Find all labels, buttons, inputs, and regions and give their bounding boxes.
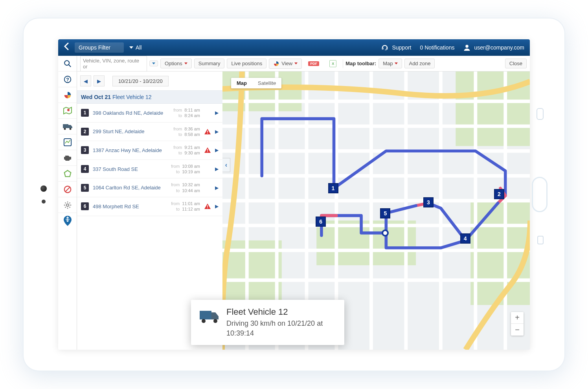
current-position-marker[interactable] [382, 229, 389, 237]
icon-rail: ? [58, 56, 77, 350]
support-label: Support [392, 44, 411, 51]
svg-point-1 [64, 61, 69, 65]
stop-address: 1064 Carlton Rd SE, Adelaide [93, 185, 167, 191]
pdf-icon: PDF [308, 61, 319, 66]
stop-number: 1 [81, 109, 89, 117]
svg-point-44 [202, 319, 206, 323]
map-marker-5[interactable]: 5 [380, 208, 390, 218]
map-icon [63, 106, 72, 115]
export-pdf-button[interactable]: PDF [304, 60, 323, 68]
map-marker-4[interactable]: 4 [460, 233, 470, 244]
chevron-left-icon [64, 42, 69, 50]
warning-icon [204, 203, 211, 209]
svg-rect-6 [63, 124, 68, 128]
caret-down-icon [129, 46, 133, 49]
map-marker-1[interactable]: 1 [328, 183, 338, 193]
search-input[interactable]: Vehicle, VIN, zone, route or [80, 56, 147, 72]
stop-row[interactable]: 31387 Anzac Hwy NE, Adelaidefromto9:21 a… [77, 141, 222, 160]
options-button[interactable]: Options [160, 59, 192, 68]
export-xls-button[interactable]: X [325, 59, 340, 69]
tablet-home-button[interactable] [532, 177, 548, 212]
rail-engine[interactable] [58, 150, 77, 166]
caret-down-icon [294, 62, 298, 64]
stop-row[interactable]: 6498 Morphett Rd SEfromto11:01 am11:12 a… [77, 197, 222, 216]
pie-chart-icon [63, 91, 72, 99]
stop-address: 498 Morphett Rd SE [93, 204, 167, 209]
stop-address: 398 Oaklands Rd NE, Adelaide [93, 110, 169, 116]
stop-address: 1387 Anzac Hwy NE, Adelaide [93, 147, 169, 153]
vehicle-card-status: Driving 30 km/h on 10/21/20 at 10:39:14 [226, 319, 336, 338]
support-button[interactable]: Support [381, 44, 411, 51]
live-positions-button[interactable]: Live positions [227, 59, 266, 68]
polygon-icon [63, 169, 72, 178]
search-dropdown-toggle[interactable] [149, 61, 158, 66]
map-layer-button[interactable]: Map [379, 59, 402, 68]
groups-filter-button[interactable]: Groups Filter [75, 42, 124, 53]
add-zone-button[interactable]: Add zone [404, 59, 435, 68]
stop-row[interactable]: 2299 Sturt NE, Adelaidefromto8:36 am8:58… [77, 123, 222, 141]
rail-reports[interactable] [58, 134, 77, 150]
zoom-control: + − [511, 312, 524, 336]
date-prev-button[interactable]: ◀ [80, 75, 91, 86]
stop-times: fromto10:08 am10:19 am [171, 163, 200, 175]
user-label: user@company.com [474, 44, 524, 51]
tablet-side-button-2[interactable] [537, 236, 544, 244]
rail-move[interactable] [58, 213, 77, 229]
date-range-picker[interactable]: 10/21/20 - 10/22/20 [112, 76, 169, 86]
trip-header: Wed Oct 21 Fleet Vehicle 12 [77, 90, 222, 104]
rail-settings[interactable] [58, 197, 77, 213]
map-marker-2[interactable]: 2 [494, 189, 504, 199]
map-area[interactable]: ‹ Map Satellite + − 123456 [222, 72, 530, 350]
stop-row[interactable]: 4337 South Road SEfromto10:08 am10:19 am… [77, 160, 222, 179]
rail-prohibit[interactable] [58, 182, 77, 197]
truck-icon [62, 123, 73, 130]
map-toolbar-label: Map toolbar: [345, 61, 376, 66]
stop-times: fromto9:21 am9:30 am [173, 145, 200, 156]
notifications-button[interactable]: 0 Notifications [420, 44, 455, 51]
close-button[interactable]: Close [505, 59, 527, 68]
map-marker-3[interactable]: 3 [423, 197, 434, 207]
move-pin-icon [62, 215, 73, 227]
svg-text:?: ? [66, 76, 69, 82]
svg-point-7 [64, 128, 66, 130]
stop-times: fromto10:32 am10:44 am [171, 182, 200, 193]
rail-dashboard[interactable] [58, 87, 77, 103]
map-type-map[interactable]: Map [231, 78, 252, 88]
rail-vehicles[interactable] [58, 119, 77, 134]
stop-times: fromto8:11 am8:24 am [173, 107, 200, 119]
svg-rect-16 [207, 149, 208, 151]
svg-point-13 [66, 204, 68, 206]
search-icon [63, 59, 72, 68]
zoom-out-button[interactable]: − [511, 324, 524, 336]
vehicle-card-title: Fleet Vehicle 12 [226, 307, 336, 317]
summary-button[interactable]: Summary [194, 59, 225, 68]
stop-number: 2 [81, 128, 89, 136]
svg-line-2 [68, 64, 71, 67]
user-menu[interactable]: user@company.com [463, 44, 524, 51]
rail-search[interactable] [58, 56, 77, 72]
svg-marker-10 [64, 170, 71, 176]
tablet-frame: Groups Filter All Support 0 Notification… [23, 18, 565, 371]
rail-help[interactable]: ? [58, 72, 77, 87]
view-button[interactable]: View [269, 59, 302, 69]
back-button[interactable] [58, 42, 75, 53]
panel-collapse-button[interactable]: ‹ [222, 158, 230, 172]
caret-down-icon [152, 62, 155, 64]
svg-point-5 [67, 109, 70, 111]
chevron-right-icon: ▶ [215, 185, 219, 191]
chart-line-icon [63, 138, 72, 147]
map-marker-6[interactable]: 6 [316, 217, 326, 227]
rail-map[interactable] [58, 103, 77, 119]
stop-row[interactable]: 1398 Oaklands Rd NE, Adelaidefromto8:11 … [77, 104, 222, 123]
svg-point-8 [69, 128, 71, 130]
rail-geofence[interactable] [58, 166, 77, 182]
stop-row[interactable]: 51064 Carlton Rd SE, Adelaidefromto10:32… [77, 178, 222, 197]
zoom-in-button[interactable]: + [511, 312, 524, 324]
tablet-side-button[interactable] [537, 108, 544, 120]
map-type-satellite[interactable]: Satellite [252, 78, 281, 88]
svg-rect-17 [207, 152, 208, 152]
date-next-button[interactable]: ▶ [94, 75, 105, 86]
stop-times: fromto11:01 am11:12 am [171, 201, 200, 212]
filter-all-dropdown[interactable]: All [127, 44, 144, 51]
svg-rect-19 [207, 207, 208, 208]
